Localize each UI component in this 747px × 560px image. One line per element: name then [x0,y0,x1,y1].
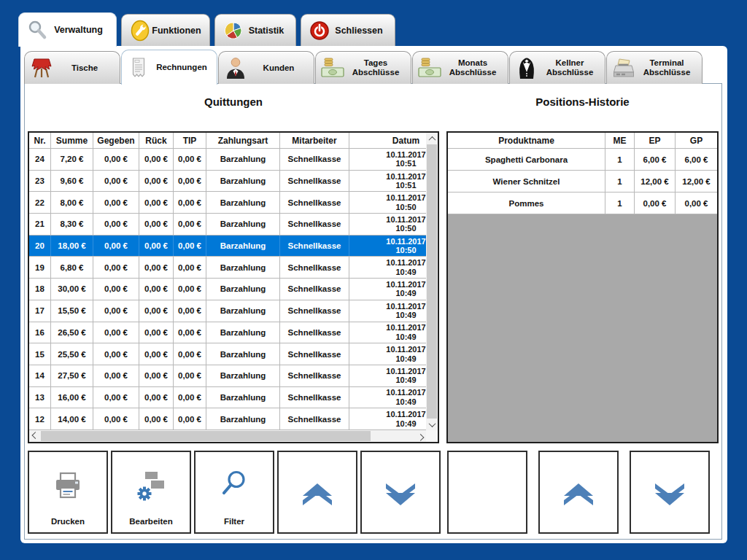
receipt-row[interactable]: 1316,00 €0,00 €0,00 €0,00 €BarzahlungSch… [29,387,426,409]
receipt-row[interactable]: 1427,50 €0,00 €0,00 €0,00 €BarzahlungSch… [29,365,426,387]
receipt-cell-mitarbeiter: Schnellkasse [280,387,349,408]
position-cell-me: 1 [605,192,635,214]
receipt-cell-zahlungsart: Barzahlung [206,192,280,213]
receipt-cell-mitarbeiter: Schnellkasse [280,214,349,235]
receipts-title: Quittungen [28,96,439,108]
position-row[interactable]: Pommes10,00 €0,00 € [448,192,717,214]
receipts-header-cell: Summe [51,133,93,148]
scroll-right-button[interactable] [414,430,426,442]
receipt-cell-zahlungsart: Barzahlung [206,214,280,235]
receipt-cell-nr: 12 [29,408,51,429]
receipt-row[interactable]: 1525,50 €0,00 €0,00 €0,00 €BarzahlungSch… [29,343,426,365]
receipt-cell-zahlungsart: Barzahlung [206,365,280,386]
receipt-cell-rueck: 0,00 € [139,171,174,192]
positions-empty-area [448,214,717,442]
receipts-rows: 247,20 €0,00 €0,00 €0,00 €BarzahlungSchn… [29,149,426,430]
receipt-datum-date: 10.11.2017 [386,410,425,419]
scroll-up-button[interactable] [426,133,438,144]
receipt-cell-zahlungsart: Barzahlung [206,279,280,300]
receipt-row[interactable]: 1830,00 €0,00 €0,00 €0,00 €BarzahlungSch… [29,279,426,300]
tab-label: Tages Abschlüsse [345,58,406,77]
receipts-header-row: Nr.SummeGegebenRückTIPZahlungsartMitarbe… [29,133,426,149]
receipt-cell-mitarbeiter: Schnellkasse [280,171,349,192]
receipt-cell-datum: 10.11.201710:50 [349,192,426,213]
receipt-row[interactable]: 247,20 €0,00 €0,00 €0,00 €BarzahlungSchn… [29,149,426,171]
position-row[interactable]: Wiener Schnitzel112,00 €12,00 € [448,171,717,192]
receipt-datum-date: 10.11.2017 [386,302,425,311]
receipts-horizontal-scrollbar[interactable] [29,430,426,442]
tab-funktionen[interactable]: Funktionen [121,14,210,46]
drucken-button[interactable]: Drucken [28,451,108,534]
tab-label: Kunden [248,63,309,73]
receipt-datum-time: 10:49 [395,268,416,277]
receipt-datum-date: 10.11.2017 [386,215,425,225]
chevron-up-button[interactable] [277,451,357,534]
chevron-down-icon [428,420,436,427]
tab-schliessen[interactable]: Schliessen [301,14,395,46]
position-cell-me: 1 [605,171,635,192]
positions-table: ProduktnameMEEPGPSpaghetti Carbonara16,0… [446,131,719,443]
receipt-cell-datum: 10.11.201710:49 [349,343,426,365]
chevron-up-icon [279,483,356,506]
receipt-cell-summe: 7,20 € [51,149,93,170]
receipt-cell-nr: 17 [29,300,51,322]
receipts-header-cell: Gegeben [93,133,139,148]
bearbeiten-button[interactable]: Bearbeiten [111,451,191,534]
horizontal-scrollbar-thumb[interactable] [41,431,371,441]
receipt-datum-time: 10:49 [395,397,416,407]
position-row[interactable]: Spaghetti Carbonara16,00 €6,00 € [448,149,717,171]
receipt-cell-gegeben: 0,00 € [93,322,139,343]
receipt-row[interactable]: 1214,00 €0,00 €0,00 €0,00 €BarzahlungSch… [29,408,426,430]
scroll-down-button[interactable] [426,419,438,430]
receipt-cell-rueck: 0,00 € [139,236,174,257]
receipt-datum-time: 10:50 [395,246,416,255]
receipt-cell-mitarbeiter: Schnellkasse [280,279,349,300]
receipt-row[interactable]: 1715,50 €0,00 €0,00 €0,00 €BarzahlungSch… [29,300,426,322]
receipt-cell-rueck: 0,00 € [139,257,174,278]
position-cell-ep: 12,00 € [635,171,676,192]
horizontal-scrollbar-track[interactable] [371,430,414,442]
tab-statistik[interactable]: Statistik [214,14,296,46]
filter-button[interactable]: Filter [194,451,274,534]
main-tab-bar: VerwaltungFunktionenStatistikSchliessen [18,12,395,46]
receipt-cell-gegeben: 0,00 € [93,300,139,322]
receipt-row[interactable]: 239,60 €0,00 €0,00 €0,00 €BarzahlungSchn… [29,171,426,192]
tab-tages-abschluesse[interactable]: Tages Abschlüsse [315,51,411,84]
receipt-cell-rueck: 0,00 € [139,192,174,213]
tab-terminal-abschluesse[interactable]: Terminal Abschlüsse [606,51,703,84]
receipts-vertical-scrollbar[interactable] [426,133,438,430]
tab-kunden[interactable]: Kunden [218,51,314,84]
receipt-cell-nr: 15 [29,343,51,365]
receipt-row[interactable]: 1626,50 €0,00 €0,00 €0,00 €BarzahlungSch… [29,322,426,344]
receipt-datum-date: 10.11.2017 [386,345,425,354]
receipt-cell-rueck: 0,00 € [139,300,174,322]
tab-verwaltung[interactable]: Verwaltung [18,12,117,47]
receipt-cell-summe: 16,00 € [51,387,93,408]
chevron-up-button[interactable] [538,451,619,534]
receipt-cell-datum: 10.11.201710:51 [349,149,426,170]
tab-monats-abschluesse[interactable]: Monats Abschlüsse [412,51,508,84]
tab-kellner-abschluesse[interactable]: Kellner Abschlüsse [509,51,605,84]
receipt-datum-time: 10:49 [395,354,416,364]
receipt-datum-time: 10:49 [395,376,416,385]
receipt-cell-mitarbeiter: Schnellkasse [280,408,349,429]
pos-admin-window: VerwaltungFunktionenStatistikSchliessen … [0,0,747,560]
chevron-down-button[interactable] [630,451,710,534]
action-button-label: Filter [196,517,273,526]
receipt-row[interactable]: 196,80 €0,00 €0,00 €0,00 €BarzahlungSchn… [29,257,426,279]
receipt-row[interactable]: 228,00 €0,00 €0,00 €0,00 €BarzahlungSchn… [29,192,426,214]
receipt-datum-time: 10:50 [395,203,416,212]
tab-rechnungen[interactable]: Rechnungen [121,50,217,85]
vertical-scrollbar-thumb[interactable] [427,144,437,419]
chevron-down-button[interactable] [360,451,441,534]
receipt-cell-gegeben: 0,00 € [93,214,139,235]
scroll-left-button[interactable] [29,430,41,442]
receipt-row[interactable]: 2018,00 €0,00 €0,00 €0,00 €BarzahlungSch… [29,236,426,257]
receipt-cell-zahlungsart: Barzahlung [206,257,280,278]
receipt-cell-tip: 0,00 € [174,236,206,257]
receipt-row[interactable]: 218,30 €0,00 €0,00 €0,00 €BarzahlungSchn… [29,214,426,236]
empty-button[interactable] [447,451,527,534]
tab-tische[interactable]: Tische [24,51,120,84]
magnifier-icon [26,20,48,40]
receipt-cell-tip: 0,00 € [174,149,206,170]
